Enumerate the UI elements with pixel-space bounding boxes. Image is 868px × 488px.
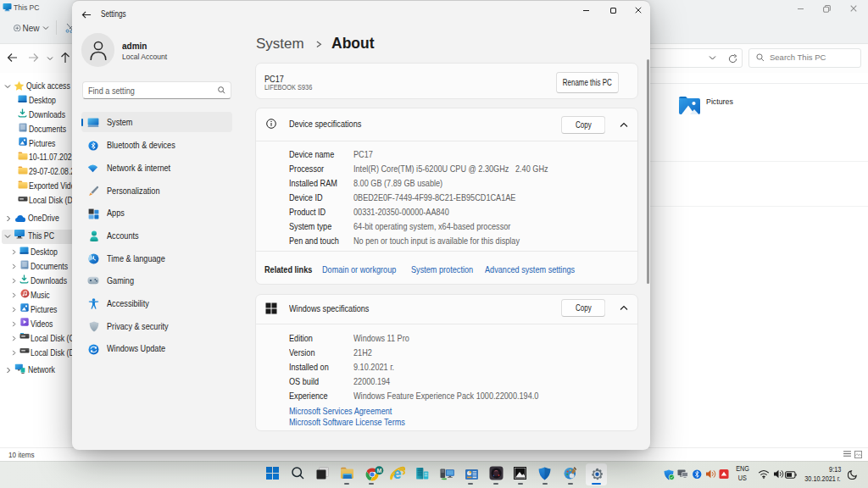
- svg-text:M: M: [376, 467, 381, 473]
